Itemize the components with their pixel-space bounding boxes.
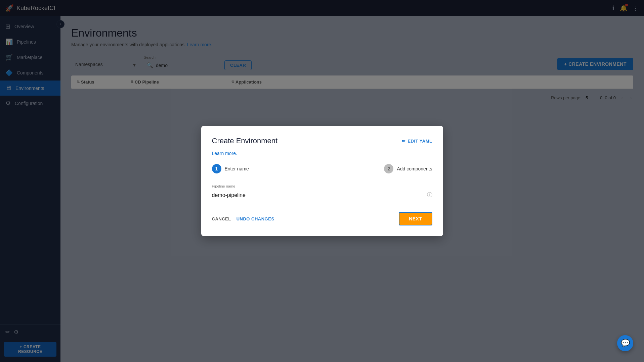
step-line xyxy=(254,169,379,169)
undo-changes-button[interactable]: UNDO CHANGES xyxy=(237,216,274,221)
step-1: 1 Enter name xyxy=(212,164,249,173)
step-2: 2 Add components xyxy=(384,164,432,173)
step-2-circle: 2 xyxy=(384,164,393,173)
edit-yaml-button[interactable]: ✏ EDIT YAML xyxy=(402,139,432,144)
modal-header: Create Environment ✏ EDIT YAML xyxy=(212,137,432,145)
create-environment-modal: Create Environment ✏ EDIT YAML Learn mor… xyxy=(201,126,443,236)
modal-learn-more-link[interactable]: Learn more. xyxy=(212,151,432,156)
cancel-button[interactable]: CANCEL xyxy=(212,216,231,221)
chat-icon: 💬 xyxy=(621,339,630,348)
step-1-label: Enter name xyxy=(225,166,249,171)
pencil-icon: ✏ xyxy=(402,139,406,144)
chat-widget[interactable]: 💬 xyxy=(617,335,633,351)
modal-footer: CANCEL UNDO CHANGES NEXT xyxy=(212,212,432,225)
modal-title: Create Environment xyxy=(212,137,278,145)
pipeline-name-label: Pipeline name xyxy=(212,184,432,188)
step-2-label: Add components xyxy=(397,166,432,171)
pipeline-name-input[interactable] xyxy=(212,190,432,201)
info-circle-icon[interactable]: ⓘ xyxy=(427,192,432,199)
modal-overlay[interactable]: Create Environment ✏ EDIT YAML Learn mor… xyxy=(0,0,644,362)
pipeline-name-field: Pipeline name ⓘ xyxy=(212,184,432,201)
steps-bar: 1 Enter name 2 Add components xyxy=(212,164,432,173)
step-1-circle: 1 xyxy=(212,164,221,173)
next-button[interactable]: NEXT xyxy=(399,212,432,225)
